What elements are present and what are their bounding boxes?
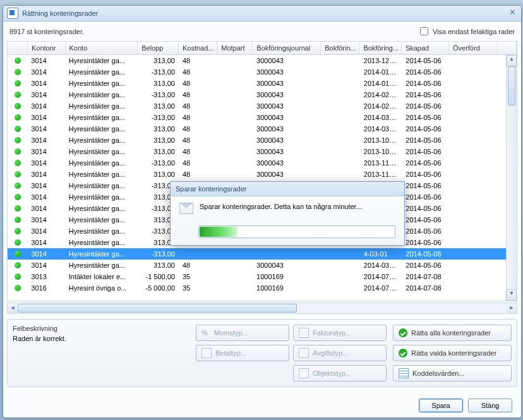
- grid: KontonrKontoBeloppKostnad...MotpartBokfö…: [7, 41, 517, 301]
- table-row[interactable]: 3014Hyresintäkter ga...313,0048300004320…: [8, 55, 517, 66]
- vertical-scrollbar[interactable]: ▲ ▼: [506, 55, 517, 301]
- cell: 3014: [27, 250, 64, 258]
- cell: [8, 273, 27, 280]
- table-row[interactable]: 3014Hyresintäkter ga...313,0048300004320…: [8, 146, 517, 157]
- status-dot-icon: [15, 57, 21, 64]
- status-dot-icon: [15, 114, 21, 121]
- table-row[interactable]: 3014Hyresintäkter ga...313,0048300004320…: [8, 135, 517, 146]
- cell: [8, 228, 27, 234]
- show-errors-input[interactable]: [420, 27, 428, 35]
- table-row[interactable]: 3014Hyresintäkter ga...313,0048300004320…: [8, 169, 517, 180]
- table-row[interactable]: 3014Hyresintäkter ga...313,0048300004320…: [8, 100, 517, 112]
- titlebar[interactable]: Rättning konteringsrader ✕: [3, 6, 521, 21]
- status-dot-icon: [15, 205, 21, 212]
- table-row[interactable]: 3014Hyresintäkter ga...-313,004830000432…: [8, 157, 517, 169]
- table-row[interactable]: 3014Hyresintäkter ga...313,0048300004320…: [8, 260, 517, 271]
- status-dot-icon: [15, 217, 21, 223]
- close-icon[interactable]: ✕: [507, 8, 517, 18]
- cell: 3014: [27, 171, 64, 178]
- cell: Hyresintäkter ga...: [65, 239, 138, 246]
- save-button[interactable]: Spara: [419, 399, 463, 412]
- cell: 2014-05-06: [402, 193, 449, 201]
- grid-header[interactable]: KontonrKontoBeloppKostnad...MotpartBokfö…: [8, 42, 517, 55]
- desc-label: Felbeskrivning: [13, 325, 189, 332]
- cell: 2014-05-06: [402, 171, 449, 178]
- cell: 35: [179, 284, 217, 292]
- cell: 2013-10-01: [360, 136, 402, 144]
- table-row[interactable]: 3014Hyresintäkter ga...313,0048300004320…: [8, 123, 517, 135]
- ratta-alla-button[interactable]: Rätta alla konteringsrader: [393, 325, 512, 341]
- cell: 48: [179, 57, 217, 64]
- ratta-valda-button[interactable]: Rätta valda konteringsrader: [393, 345, 512, 361]
- cell: 2014-03-01: [360, 125, 402, 133]
- cell: 3014: [27, 239, 64, 246]
- table-row[interactable]: 3014Hyresintäkter ga...-313,004830000432…: [8, 66, 517, 78]
- cell: [8, 205, 27, 212]
- cell: 2014-07-08: [402, 273, 449, 280]
- scroll-left-icon[interactable]: ◄: [8, 303, 18, 313]
- grid-body[interactable]: 3014Hyresintäkter ga...313,0048300004320…: [8, 55, 517, 301]
- table-row[interactable]: 3016Hyresint övriga o...-5 000,003510001…: [8, 282, 517, 294]
- column-header[interactable]: Konto: [66, 42, 138, 54]
- cell: [8, 137, 27, 143]
- table-row[interactable]: 3013Intäkter lokaler e...-1 500,00351000…: [8, 271, 517, 282]
- check-icon: [399, 349, 407, 357]
- column-header[interactable]: Kostnad...: [179, 42, 217, 54]
- scroll-thumb[interactable]: [508, 66, 515, 105]
- hscroll-thumb[interactable]: [18, 304, 297, 313]
- status-dot-icon: [15, 137, 21, 143]
- cell: 3014: [27, 102, 64, 110]
- table-row[interactable]: 3014Hyresintäkter ga...-313,004-03-01201…: [8, 248, 517, 260]
- cell: 48: [179, 102, 217, 110]
- cell: [8, 92, 27, 98]
- show-errors-checkbox[interactable]: Visa endast felaktiga rader: [418, 25, 515, 37]
- column-header[interactable]: Bokförin...: [321, 42, 359, 54]
- avgiftstyp-button: Avgiftstyp...: [293, 345, 387, 361]
- cell: 2014-05-06: [402, 136, 449, 144]
- table-row[interactable]: 3014Hyresintäkter ga...313,0048300004320…: [8, 78, 517, 89]
- column-header[interactable]: Bokföring...: [359, 42, 401, 54]
- status-dot-icon: [15, 160, 21, 166]
- cell: 2014-05-06: [402, 216, 449, 224]
- cell: Hyresintäkter ga...: [65, 68, 138, 76]
- scroll-right-icon[interactable]: ►: [507, 303, 517, 313]
- cell: 313,00: [138, 102, 179, 110]
- cell: -313,00: [138, 114, 179, 121]
- status-dot-icon: [15, 183, 21, 189]
- cell: 3014: [27, 125, 64, 133]
- column-header[interactable]: Motpart: [217, 42, 253, 54]
- cell: 3013: [27, 273, 64, 280]
- status-dot-icon: [15, 262, 21, 268]
- cell: 3000043: [253, 261, 322, 269]
- koddelsvarden-button[interactable]: Koddelsvärden...: [393, 365, 512, 381]
- cell: 3014: [27, 182, 64, 189]
- horizontal-scrollbar[interactable]: ◄ ►: [7, 303, 517, 314]
- cell: 2014-07-01: [360, 284, 402, 292]
- betaltyp-button: Betaltyp...: [196, 345, 289, 361]
- cell: 3000043: [253, 148, 322, 155]
- column-header[interactable]: Kontonr: [28, 42, 66, 54]
- cell: [8, 57, 27, 64]
- main-window: Rättning konteringsrader ✕ 8917 st konte…: [3, 5, 522, 418]
- close-button[interactable]: Stäng: [468, 399, 512, 412]
- scroll-up-icon[interactable]: ▲: [507, 55, 517, 66]
- column-header[interactable]: Bokföringsjournal: [253, 42, 321, 54]
- cell: 3014: [27, 216, 64, 224]
- table-row[interactable]: 3014Hyresintäkter ga...-313,004830000432…: [8, 112, 517, 123]
- cell: 2014-07-08: [402, 284, 449, 292]
- cell: 3014: [27, 193, 64, 201]
- cell: 2014-05-06: [402, 102, 449, 110]
- cell: 3014: [27, 68, 64, 76]
- column-header[interactable]: Överförd: [449, 42, 498, 54]
- column-header[interactable]: [498, 42, 517, 54]
- column-header[interactable]: [8, 42, 28, 54]
- table-row[interactable]: 3014Hyresintäkter ga...-313,004830000432…: [8, 89, 517, 100]
- column-header[interactable]: Belopp: [138, 42, 179, 54]
- cell: 3014: [27, 261, 64, 269]
- cell: Hyresintäkter ga...: [65, 102, 138, 110]
- column-header[interactable]: Skapad: [402, 42, 449, 54]
- scroll-down-icon[interactable]: ▼: [507, 289, 517, 301]
- dialog-title[interactable]: Sparar konteringsrader: [171, 182, 404, 196]
- cell: 2014-03-01: [360, 114, 402, 121]
- status-dot-icon: [15, 171, 21, 177]
